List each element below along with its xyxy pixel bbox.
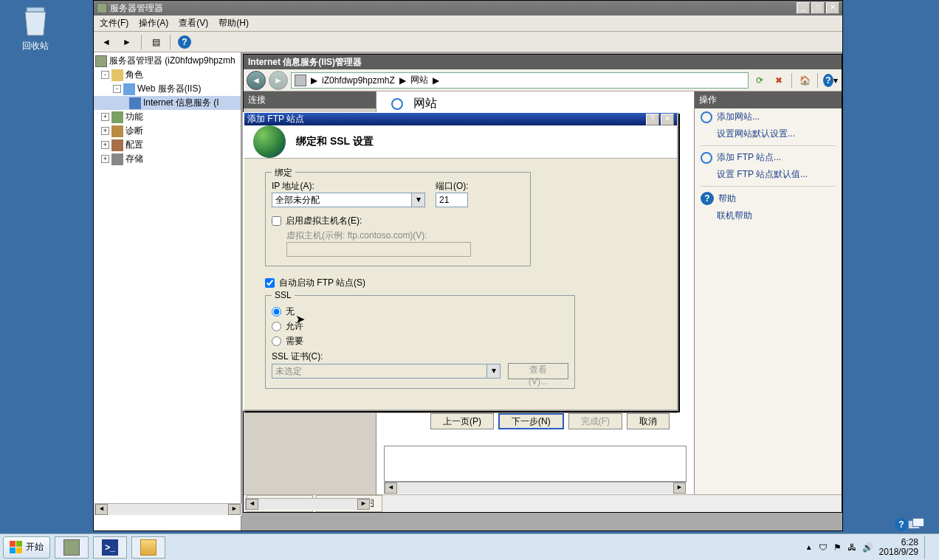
tree-diag[interactable]: 诊断 — [125, 125, 143, 137]
autostart-label: 自动启动 FTP 站点(S) — [279, 277, 365, 289]
storage-icon — [111, 153, 123, 165]
features-icon — [111, 111, 123, 123]
tree-roles[interactable]: 角色 — [125, 69, 143, 81]
task-explorer[interactable] — [131, 536, 165, 559]
recycle-bin[interactable]: 回收站 — [12, 4, 59, 52]
home-icon[interactable]: 🏠 — [797, 72, 813, 89]
menu-view[interactable]: 查看(V) — [179, 17, 208, 30]
dropdown-icon[interactable]: ▾ — [487, 364, 501, 378]
forward-icon[interactable]: ► — [119, 34, 135, 50]
server-tree[interactable]: 服务器管理器 (iZ0hfdwp9hpzmh -角色 -Web 服务器(IIS)… — [94, 52, 241, 530]
svg-rect-4 — [16, 547, 22, 553]
menu-action[interactable]: 操作(A) — [139, 17, 168, 30]
action-site-defaults[interactable]: 设置网站默认设置... — [695, 125, 842, 142]
virtual-host-input — [286, 242, 471, 257]
scroll-left-icon[interactable]: ◄ — [385, 483, 397, 494]
tray-expand-icon[interactable]: ▲ — [805, 543, 813, 551]
actions-pane: 操作 添加网站... 设置网站默认设置... 添加 FTP 站点... 设置 F… — [694, 91, 842, 494]
scroll-left-icon[interactable]: ◄ — [246, 499, 258, 510]
wizard-header: 绑定和 SSL 设置 — [244, 125, 677, 159]
bc-sites[interactable]: 网站 — [410, 74, 428, 86]
start-button[interactable]: 开始 — [3, 536, 50, 559]
breadcrumb[interactable]: ▶ iZ0hfdwp9hpzmhZ ▶ 网站 ▶ — [291, 72, 749, 89]
cancel-button[interactable]: 取消 — [627, 413, 670, 429]
ssl-none-radio[interactable] — [272, 307, 281, 317]
back-icon[interactable]: ◄ — [98, 34, 114, 50]
stop-icon[interactable]: ✖ — [771, 72, 787, 89]
taskbar-clock[interactable]: 6:28 2018/9/29 — [879, 538, 918, 557]
enable-virtual-host-checkbox[interactable] — [272, 216, 281, 226]
help-icon[interactable]: ? — [176, 34, 193, 50]
bc-server[interactable]: iZ0hfdwp9hpzmhZ — [322, 75, 395, 86]
menu-file[interactable]: 文件(F) — [100, 17, 128, 30]
nav-back-icon[interactable]: ◄ — [247, 71, 266, 90]
vhost-label: 启用虚拟主机名(E): — [286, 215, 362, 227]
task-powershell[interactable]: >_ — [93, 536, 127, 559]
globe-icon — [253, 125, 286, 158]
sites-heading: 网站 — [413, 96, 437, 111]
close-button[interactable]: ✕ — [826, 2, 839, 14]
action-add-site[interactable]: 添加网站... — [695, 108, 842, 125]
scroll-right-icon[interactable]: ► — [673, 483, 686, 494]
action-help[interactable]: ?帮助 — [695, 190, 842, 207]
previous-button[interactable]: 上一页(P) — [430, 413, 494, 429]
next-button[interactable]: 下一步(N) — [498, 413, 564, 429]
tree-iis-svc[interactable]: Internet 信息服务 (I — [143, 97, 219, 109]
wizard-titlebar[interactable]: 添加 FTP 站点 ? ✕ — [244, 113, 677, 125]
ssl-allow-radio[interactable] — [272, 322, 281, 331]
tree-storage[interactable]: 存储 — [125, 153, 143, 165]
context-help-button[interactable]: ? — [646, 114, 659, 125]
port-input[interactable] — [436, 193, 468, 207]
windows-logo-icon — [10, 541, 23, 554]
autostart-checkbox[interactable] — [265, 278, 275, 288]
ssl-cert-combo — [272, 364, 487, 378]
expand-icon[interactable]: + — [101, 155, 109, 163]
task-server-manager[interactable] — [55, 536, 89, 559]
scroll-left-icon[interactable]: ◄ — [95, 504, 108, 515]
tree-config[interactable]: 配置 — [125, 139, 143, 151]
action-ftp-defaults[interactable]: 设置 FTP 站点默认值... — [695, 166, 842, 183]
recycle-bin-label: 回收站 — [12, 40, 59, 52]
expand-icon[interactable]: + — [101, 127, 109, 135]
ip-label: IP 地址(A): — [272, 180, 425, 193]
properties-icon[interactable]: ▤ — [148, 34, 164, 50]
expand-icon[interactable]: + — [101, 141, 109, 149]
toolbar: ◄ ► ▤ ? — [94, 32, 842, 52]
wizard-heading: 绑定和 SSL 设置 — [296, 135, 374, 148]
maximize-button[interactable]: □ — [811, 2, 825, 14]
nav-help-icon[interactable]: ?▾ — [822, 72, 839, 89]
scroll-right-icon[interactable]: ► — [357, 499, 370, 510]
dropdown-icon[interactable]: ▾ — [412, 193, 425, 207]
ip-address-combo[interactable] — [272, 193, 412, 207]
tray-security-icon[interactable]: 🛡 — [819, 542, 828, 553]
scroll-right-icon[interactable]: ► — [228, 504, 241, 515]
action-add-ftp[interactable]: 添加 FTP 站点... — [695, 149, 842, 166]
minimize-button[interactable]: _ — [797, 2, 810, 14]
help-orb-icon[interactable]: ? — [895, 518, 908, 531]
menubar: 文件(F) 操作(A) 查看(V) 帮助(H) — [94, 15, 842, 32]
tray-flag-icon[interactable]: ⚑ — [833, 542, 842, 553]
start-label: 开始 — [26, 541, 44, 553]
collapse-icon[interactable]: - — [113, 85, 121, 93]
window-switch-button[interactable] — [908, 518, 926, 530]
tree-features[interactable]: 功能 — [125, 111, 143, 123]
iis-title-text: Internet 信息服务(IIS)管理器 — [248, 56, 362, 69]
svg-rect-1 — [10, 541, 16, 547]
tree-web-iis[interactable]: Web 服务器(IIS) — [137, 83, 201, 95]
tray-network-icon[interactable]: 🖧 — [847, 542, 856, 553]
collapse-icon[interactable]: - — [101, 71, 109, 79]
close-button[interactable]: ✕ — [661, 114, 674, 125]
show-desktop-button[interactable] — [924, 536, 932, 559]
tree-root[interactable]: 服务器管理器 (iZ0hfdwp9hpzmh — [109, 55, 235, 67]
refresh-icon[interactable]: ⟳ — [751, 72, 768, 89]
help-icon: ? — [701, 192, 714, 205]
expand-icon[interactable]: + — [101, 113, 109, 121]
server-manager-titlebar[interactable]: 服务器管理器 _ □ ✕ — [94, 1, 842, 15]
ssl-require-radio[interactable] — [272, 336, 281, 346]
action-online-help[interactable]: 联机帮助 — [695, 207, 842, 224]
web-iis-icon — [123, 83, 135, 95]
iis-titlebar[interactable]: Internet 信息服务(IIS)管理器 — [244, 55, 842, 69]
server-root-icon — [95, 55, 107, 67]
menu-help[interactable]: 帮助(H) — [219, 17, 249, 30]
tray-volume-icon[interactable]: 🔊 — [862, 542, 873, 553]
